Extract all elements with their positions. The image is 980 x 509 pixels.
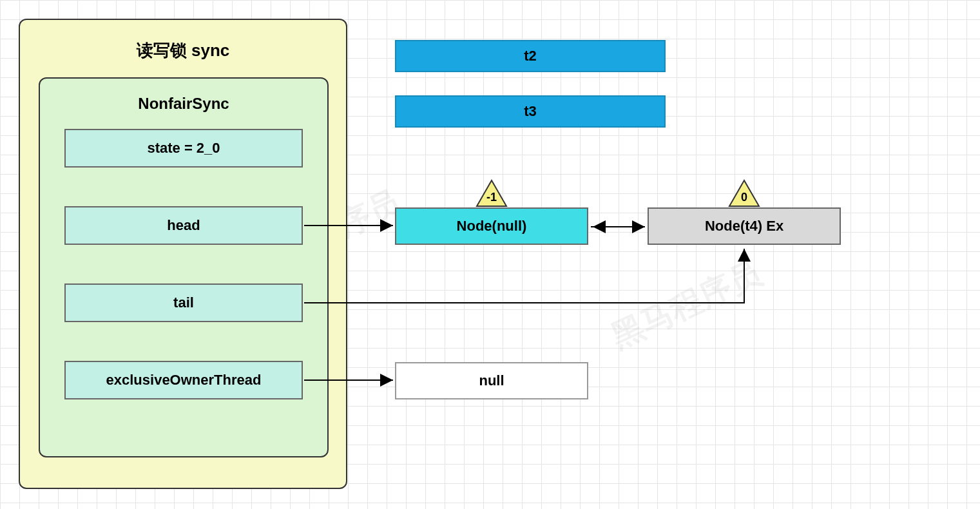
diagram-canvas: 黑马程序员 黑马程序员 读写锁 sync NonfairSync state =… [0,0,980,509]
watermark: 黑马程序员 [604,251,769,358]
node-null: Node(null) [395,207,588,245]
node-null-wait-status-value: -1 [486,191,497,204]
arrow-tail-to-node-t4 [304,249,744,303]
owner-null-box: null [395,362,588,399]
nonfair-sync-title: NonfairSync [40,79,327,113]
field-tail: tail [64,283,303,322]
node-t4-wait-status-value: 0 [741,191,747,204]
node-null-wait-status-badge: -1 [476,179,508,207]
field-exclusive-owner-thread: exclusiveOwnerThread [64,361,303,399]
node-t4: Node(t4) Ex [648,207,841,245]
sync-title: 读写锁 sync [20,20,346,62]
field-head: head [64,206,303,245]
field-state: state = 2_0 [64,129,303,168]
thread-t2: t2 [395,40,666,72]
node-t4-wait-status-badge: 0 [728,179,760,207]
thread-t3: t3 [395,95,666,128]
